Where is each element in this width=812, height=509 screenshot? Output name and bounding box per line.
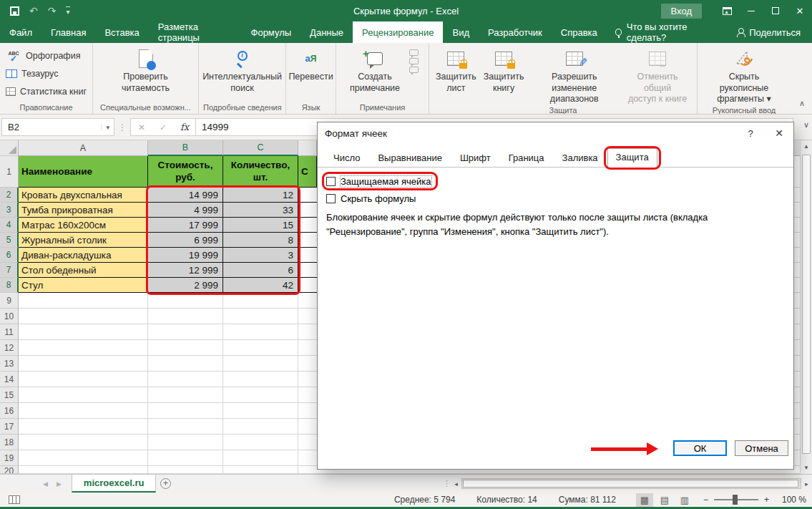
empty-cell-a[interactable] (19, 450, 148, 466)
empty-cell-a[interactable] (19, 403, 148, 419)
normal-view-icon[interactable]: ▦ (636, 493, 653, 507)
item-price-cell[interactable]: 14 999 (148, 188, 223, 203)
enter-entry-icon[interactable]: ✓ (152, 122, 174, 132)
item-d-sliver[interactable] (298, 248, 317, 263)
empty-cell-b[interactable] (148, 419, 223, 435)
empty-cell-c[interactable] (223, 324, 298, 340)
empty-cell-b[interactable] (148, 403, 223, 419)
tab-formulas[interactable]: Формулы (242, 21, 301, 43)
row-header[interactable]: 17 (0, 419, 19, 435)
item-qty-cell[interactable]: 33 (223, 203, 298, 218)
previous-comment-icon[interactable] (409, 49, 419, 56)
empty-cell-d[interactable] (298, 356, 317, 372)
minimize-button[interactable] (739, 0, 763, 21)
empty-cell-d[interactable] (298, 419, 317, 435)
tab-help[interactable]: Справка (552, 21, 607, 43)
tab-review[interactable]: Рецензирование (353, 21, 443, 43)
zoom-level[interactable]: 100 % (776, 495, 806, 505)
customize-qat-icon[interactable]: ▾ (66, 6, 69, 16)
stat-sum[interactable]: Сумма: 81 112 (559, 495, 616, 505)
empty-cell-b[interactable] (148, 450, 223, 466)
hidden-checkbox-label[interactable]: Скрыть формулы (341, 193, 416, 204)
empty-cell-a[interactable] (19, 293, 148, 309)
cell-d1-clipped[interactable]: С (298, 156, 317, 188)
item-qty-cell[interactable]: 3 (223, 248, 298, 263)
new-sheet-button[interactable]: + (156, 475, 175, 493)
empty-cell-c[interactable] (223, 340, 298, 356)
row-header[interactable]: 9 (0, 293, 19, 309)
empty-cell-d[interactable] (298, 372, 317, 387)
new-comment-button[interactable]: +Создать примечание (346, 45, 403, 94)
tab-file[interactable]: Файл (0, 21, 41, 43)
item-name-cell[interactable]: Тумба прикроватная (19, 203, 148, 218)
empty-cell-d[interactable] (298, 403, 317, 419)
item-d-sliver[interactable] (298, 263, 317, 278)
empty-cell[interactable] (148, 466, 223, 474)
horizontal-scroll-track[interactable] (461, 478, 801, 489)
sheet-nav-left-icon[interactable]: ◀ (43, 480, 48, 488)
row-header[interactable]: 5 (0, 233, 19, 248)
row-header[interactable]: 13 (0, 356, 19, 372)
row-header[interactable]: 6 (0, 248, 19, 263)
item-d-sliver[interactable] (298, 233, 317, 248)
page-break-view-icon[interactable]: ▥ (676, 493, 693, 507)
column-header-a[interactable]: A (19, 140, 148, 156)
locked-checkbox[interactable] (326, 177, 336, 186)
row-header[interactable]: 12 (0, 340, 19, 356)
horizontal-scrollbar[interactable]: ◂ ▸ (451, 475, 812, 493)
row-header[interactable]: 3 (0, 203, 19, 218)
dialog-help-icon[interactable]: ? (736, 122, 765, 144)
empty-cell-a[interactable] (19, 309, 148, 324)
item-qty-cell[interactable]: 8 (223, 233, 298, 248)
cancel-button[interactable]: Отмена (735, 440, 788, 456)
item-name-cell[interactable]: Стол обеденный (19, 263, 148, 278)
empty-cell-d[interactable] (298, 387, 317, 403)
formula-bar-splitter-icon[interactable]: ⋮ (114, 122, 130, 132)
empty-cell-c[interactable] (223, 435, 298, 450)
empty-cell-a[interactable] (19, 435, 148, 450)
item-name-cell[interactable]: Стул (19, 278, 148, 293)
empty-cell-c[interactable] (223, 450, 298, 466)
scroll-down-icon[interactable]: ▼ (801, 462, 812, 474)
item-price-cell[interactable]: 6 999 (148, 233, 223, 248)
dialog-tab-border[interactable]: Граница (500, 149, 553, 167)
item-qty-cell[interactable]: 42 (223, 278, 298, 293)
tab-home[interactable]: Главная (41, 21, 95, 43)
row-header[interactable]: 7 (0, 263, 19, 278)
empty-cell-d[interactable] (298, 324, 317, 340)
column-header-b[interactable]: B (148, 140, 223, 156)
tab-page-layout[interactable]: Разметка страницы (149, 21, 242, 43)
empty-cell-a[interactable] (19, 419, 148, 435)
thesaurus-button[interactable]: Тезаурус (3, 66, 89, 82)
redo-icon[interactable]: ↷ (48, 6, 57, 16)
item-price-cell[interactable]: 12 999 (148, 263, 223, 278)
protect-workbook-button[interactable]: Защитить книгу (480, 45, 528, 94)
sign-in-button[interactable]: Вход (661, 4, 702, 19)
row-header[interactable]: 2 (0, 188, 19, 203)
item-price-cell[interactable]: 17 999 (148, 218, 223, 233)
empty-cell[interactable] (19, 466, 148, 474)
hidden-checkbox[interactable] (326, 194, 336, 203)
sheet-nav-right-icon[interactable]: ▶ (57, 480, 62, 488)
empty-cell-a[interactable] (19, 387, 148, 403)
empty-cell-b[interactable] (148, 387, 223, 403)
dialog-close-icon[interactable]: ✕ (765, 122, 793, 144)
scroll-up-icon[interactable]: ▲ (801, 140, 812, 152)
undo-icon[interactable]: ↶ (29, 6, 38, 16)
horizontal-scroll-thumb[interactable] (463, 480, 798, 488)
cell-a1[interactable]: Наименование (19, 156, 148, 188)
zoom-out-icon[interactable]: − (703, 495, 708, 505)
empty-cell-a[interactable] (19, 356, 148, 372)
zoom-slider[interactable] (714, 499, 758, 500)
scroll-left-icon[interactable]: ◂ (451, 480, 461, 488)
empty-cell-c[interactable] (223, 293, 298, 309)
spelling-button[interactable]: ABC✓ Орфография (3, 48, 89, 64)
empty-cell-b[interactable] (148, 293, 223, 309)
page-layout-view-icon[interactable]: ▤ (656, 493, 673, 507)
empty-cell-b[interactable] (148, 372, 223, 387)
stat-count[interactable]: Количество: 14 (476, 495, 537, 505)
item-price-cell[interactable]: 19 999 (148, 248, 223, 263)
allow-edit-ranges-button[interactable]: ✎Разрешить изменение диапазонов (527, 45, 621, 105)
dialog-tab-font[interactable]: Шрифт (451, 149, 499, 167)
dialog-tab-fill[interactable]: Заливка (554, 149, 607, 167)
